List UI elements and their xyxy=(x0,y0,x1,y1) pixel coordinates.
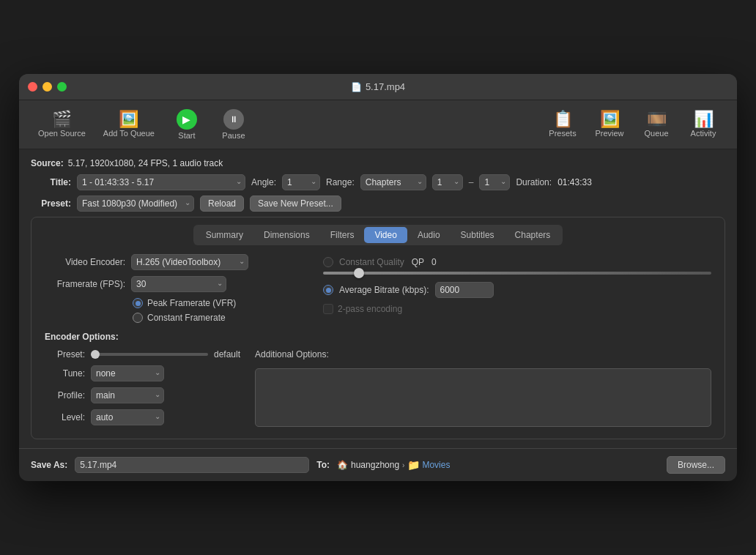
window-title: 📄 5.17.mp4 xyxy=(351,81,405,92)
additional-options-row: Additional Options: xyxy=(255,349,711,362)
angle-select-wrapper: 1 xyxy=(282,174,320,190)
titlebar: 📄 5.17.mp4 xyxy=(19,74,737,100)
tune-select[interactable]: none xyxy=(91,365,164,381)
level-select[interactable]: auto xyxy=(91,409,164,425)
save-new-preset-button[interactable]: Save New Preset... xyxy=(250,195,341,212)
profile-select-wrapper: main xyxy=(91,387,164,403)
tab-chapters[interactable]: Chapters xyxy=(505,227,561,243)
tab-filters[interactable]: Filters xyxy=(320,227,365,243)
video-left-col: Video Encoder: H.265 (VideoToolbox) Fram… xyxy=(45,254,308,323)
tune-row: Tune: none xyxy=(45,365,240,381)
range-from-select[interactable]: 1 xyxy=(432,174,463,190)
constant-quality-radio[interactable] xyxy=(323,257,333,267)
framerate-radio-group: Peak Framerate (VFR) Constant Framerate xyxy=(133,298,308,323)
start-button[interactable]: ▶ Start xyxy=(165,106,209,143)
range-to-select[interactable]: 1 xyxy=(479,174,510,190)
toolbar: 🎬 Open Source 🖼️ Add To Queue ▶ Start ⏸ … xyxy=(19,100,737,149)
range-select[interactable]: Chapters xyxy=(360,174,426,190)
queue-icon: 🎞️ xyxy=(647,111,667,127)
encoder-row: Video Encoder: H.265 (VideoToolbox) xyxy=(45,254,308,270)
content-area: Source: 5.17, 1920x1080, 24 FPS, 1 audio… xyxy=(19,149,737,448)
quality-section: Constant Quality QP 0 xyxy=(323,254,711,314)
save-as-input[interactable] xyxy=(75,457,309,473)
constant-framerate-radio-circle xyxy=(133,313,143,323)
avg-bitrate-radio[interactable] xyxy=(323,285,333,295)
source-row: Source: 5.17, 1920x1080, 24 FPS, 1 audio… xyxy=(31,158,725,168)
path-folder: 📁 Movies xyxy=(407,459,450,471)
video-settings-row: Video Encoder: H.265 (VideoToolbox) Fram… xyxy=(45,254,711,323)
tab-summary[interactable]: Summary xyxy=(196,227,253,243)
tab-subtitles[interactable]: Subtitles xyxy=(451,227,505,243)
avg-bitrate-input[interactable] xyxy=(435,282,494,298)
activity-icon: 📊 xyxy=(694,111,714,127)
preset-option-row: Preset: default xyxy=(45,349,240,360)
toolbar-right: 📋 Presets 🖼️ Preview 🎞️ Queue 📊 Activity xyxy=(541,108,725,141)
preview-button[interactable]: 🖼️ Preview xyxy=(588,108,631,141)
minimize-button[interactable] xyxy=(42,82,52,92)
path-home-text: huangzhong xyxy=(351,460,399,470)
title-select[interactable]: 1 - 01:43:33 - 5.17 xyxy=(77,174,245,190)
profile-row: Profile: main xyxy=(45,387,240,403)
preset-slider[interactable] xyxy=(91,353,208,356)
folder-icon: 📁 xyxy=(407,459,420,471)
tab-video[interactable]: Video xyxy=(364,227,407,243)
play-icon: ▶ xyxy=(177,109,197,130)
activity-button[interactable]: 📊 Activity xyxy=(681,108,725,141)
qp-label: QP xyxy=(412,257,424,267)
path-arrow: › xyxy=(402,461,404,469)
title-row: Title: 1 - 01:43:33 - 5.17 Angle: 1 Rang… xyxy=(31,174,725,190)
save-as-label: Save As: xyxy=(31,460,67,470)
encoder-select[interactable]: H.265 (VideoToolbox) xyxy=(131,254,248,270)
presets-button[interactable]: 📋 Presets xyxy=(541,108,585,141)
tabs-container: Summary Dimensions Filters Video Audio S… xyxy=(31,217,725,439)
tab-audio[interactable]: Audio xyxy=(407,227,451,243)
profile-select[interactable]: main xyxy=(91,387,164,403)
additional-options-label: Additional Options: xyxy=(255,349,329,360)
fps-select[interactable]: 30 xyxy=(131,276,226,292)
browse-button[interactable]: Browse... xyxy=(667,456,725,474)
preset-option-label: Preset: xyxy=(45,349,85,360)
traffic-lights xyxy=(28,82,67,92)
range-select-wrapper: Chapters xyxy=(360,174,426,190)
presets-icon: 📋 xyxy=(553,111,573,127)
close-button[interactable] xyxy=(28,82,37,92)
video-panel: Video Encoder: H.265 (VideoToolbox) Fram… xyxy=(39,254,717,431)
add-to-queue-icon: 🖼️ xyxy=(119,111,138,127)
level-row: Level: auto xyxy=(45,409,240,425)
pause-icon: ⏸ xyxy=(223,109,244,130)
pause-button[interactable]: ⏸ Pause xyxy=(212,106,256,143)
preset-row: Preset: Fast 1080p30 (Modified) Reload S… xyxy=(31,195,725,212)
constant-framerate-radio[interactable]: Constant Framerate xyxy=(133,313,308,323)
range-from-wrapper: 1 xyxy=(432,174,463,190)
path-folder-name: Movies xyxy=(422,460,450,470)
constant-quality-label: Constant Quality xyxy=(339,257,404,267)
preset-select[interactable]: Fast 1080p30 (Modified) xyxy=(77,195,194,212)
additional-options-textarea[interactable] xyxy=(255,368,711,427)
fps-select-wrapper: 30 xyxy=(131,276,226,292)
to-label: To: xyxy=(316,460,330,470)
encoder-options: Encoder Options: Preset: default xyxy=(45,332,711,431)
tab-dimensions[interactable]: Dimensions xyxy=(253,227,320,243)
quality-slider-thumb xyxy=(354,268,364,278)
two-pass-row: 2-pass encoding xyxy=(323,304,711,314)
quality-slider[interactable] xyxy=(323,272,711,275)
tune-select-wrapper: none xyxy=(91,365,164,381)
level-select-wrapper: auto xyxy=(91,409,164,425)
queue-button[interactable]: 🎞️ Queue xyxy=(634,108,678,141)
peak-framerate-radio[interactable]: Peak Framerate (VFR) xyxy=(133,298,308,308)
open-source-icon: 🎬 xyxy=(52,111,72,127)
path-home-icon: 🏠 xyxy=(337,460,348,470)
avg-bitrate-row: Average Bitrate (kbps): xyxy=(323,282,711,298)
preview-icon: 🖼️ xyxy=(600,111,620,127)
constant-quality-radio-row: Constant Quality xyxy=(323,257,404,267)
maximize-button[interactable] xyxy=(57,82,67,92)
add-to-queue-button[interactable]: 🖼️ Add To Queue xyxy=(96,108,162,141)
encoder-options-title: Encoder Options: xyxy=(45,332,711,342)
open-source-button[interactable]: 🎬 Open Source xyxy=(31,108,93,141)
two-pass-checkbox[interactable] xyxy=(323,304,333,314)
profile-label: Profile: xyxy=(45,390,85,401)
level-label: Level: xyxy=(45,412,85,422)
angle-select[interactable]: 1 xyxy=(282,174,320,190)
reload-button[interactable]: Reload xyxy=(200,195,244,212)
fps-row: Framerate (FPS): 30 xyxy=(45,276,308,292)
